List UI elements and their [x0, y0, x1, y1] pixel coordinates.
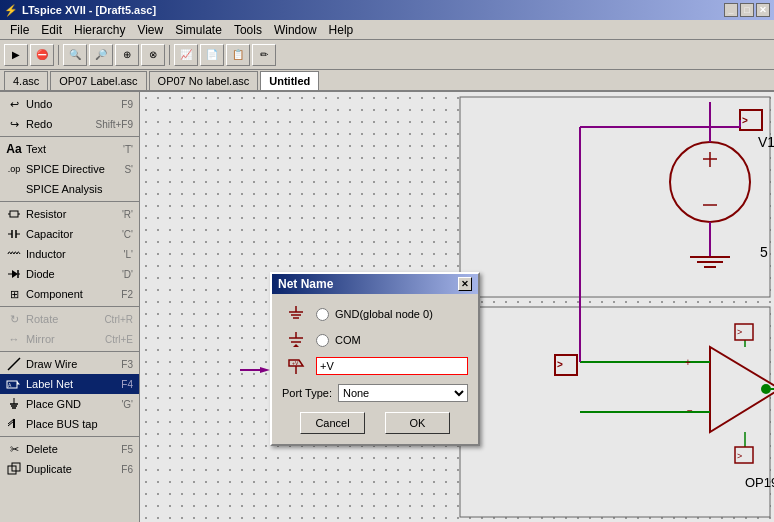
- sidebar-item-duplicate[interactable]: Duplicate F6: [0, 459, 139, 479]
- radio-com[interactable]: [316, 334, 329, 347]
- sidebar: ↩ Undo F9 ↪ Redo Shift+F9 Aa Text 'T' .o…: [0, 92, 140, 522]
- menu-window[interactable]: Window: [268, 21, 323, 39]
- diode-icon: [6, 266, 22, 282]
- toolbar-netlist[interactable]: 📋: [226, 44, 250, 66]
- gnd-symbol-icon: [282, 304, 310, 324]
- rotate-icon: ↻: [6, 311, 22, 327]
- draw-wire-icon: [6, 356, 22, 372]
- dialog-body: GND(global node 0): [272, 294, 478, 444]
- net-name-input[interactable]: [316, 357, 468, 375]
- modal-overlay: Net Name ✕: [140, 92, 774, 522]
- sidebar-item-mirror[interactable]: ↔ Mirror Ctrl+E: [0, 329, 139, 349]
- sidebar-item-delete[interactable]: ✂ Delete F5: [0, 439, 139, 459]
- sidebar-item-component[interactable]: ⊞ Component F2: [0, 284, 139, 304]
- menu-hierarchy[interactable]: Hierarchy: [68, 21, 131, 39]
- minimize-button[interactable]: _: [724, 3, 738, 17]
- toolbar-halt[interactable]: ⛔: [30, 44, 54, 66]
- radio-com-label: COM: [335, 334, 361, 346]
- maximize-button[interactable]: □: [740, 3, 754, 17]
- menu-tools[interactable]: Tools: [228, 21, 268, 39]
- menu-help[interactable]: Help: [323, 21, 360, 39]
- sidebar-item-spice-directive[interactable]: .op SPICE Directive S': [0, 159, 139, 179]
- mirror-icon: ↔: [6, 331, 22, 347]
- toolbar-run[interactable]: ▶: [4, 44, 28, 66]
- sidebar-div2: [0, 201, 139, 202]
- radio-row-gnd: GND(global node 0): [282, 304, 468, 324]
- component-icon: ⊞: [6, 286, 22, 302]
- sidebar-item-place-bus[interactable]: Place BUS tap: [0, 414, 139, 434]
- toolbar-sep2: [169, 45, 170, 65]
- net-name-dialog: Net Name ✕: [270, 272, 480, 446]
- tab-op07-label[interactable]: OP07 Label.asc: [50, 71, 146, 90]
- sidebar-item-resistor[interactable]: Resistor 'R': [0, 204, 139, 224]
- duplicate-icon: [6, 461, 22, 477]
- cancel-button[interactable]: Cancel: [300, 412, 365, 434]
- toolbar-waveform[interactable]: 📈: [174, 44, 198, 66]
- svg-rect-1: [10, 211, 18, 217]
- toolbar-edit[interactable]: ✏: [252, 44, 276, 66]
- toolbar-zoom-fit[interactable]: ⊕: [115, 44, 139, 66]
- svg-marker-8: [12, 270, 18, 278]
- resistor-icon: [6, 206, 22, 222]
- main-layout: ↩ Undo F9 ↪ Redo Shift+F9 Aa Text 'T' .o…: [0, 92, 774, 522]
- sidebar-item-draw-wire[interactable]: Draw Wire F3: [0, 354, 139, 374]
- app-icon: ⚡: [4, 4, 18, 17]
- toolbar-sep1: [58, 45, 59, 65]
- port-type-label: Port Type:: [282, 387, 332, 399]
- inductor-icon: [6, 246, 22, 262]
- radio-gnd[interactable]: [316, 308, 329, 321]
- toolbar-zoom-out[interactable]: 🔎: [89, 44, 113, 66]
- svg-text:+V: +V: [292, 360, 299, 366]
- undo-icon: ↩: [6, 96, 22, 112]
- sidebar-item-capacitor[interactable]: Capacitor 'C': [0, 224, 139, 244]
- radio-row-com: COM: [282, 330, 468, 350]
- port-type-row: Port Type: None Input Output BiDir: [282, 384, 468, 402]
- schematic-area[interactable]: > V1 5 + −: [140, 92, 774, 522]
- menu-file[interactable]: File: [4, 21, 35, 39]
- window-title: LTspice XVII - [Draft5.asc]: [22, 4, 156, 16]
- text-icon: Aa: [6, 141, 22, 157]
- sidebar-item-place-gnd[interactable]: Place GND 'G': [0, 394, 139, 414]
- tab-op07-nolabel[interactable]: OP07 No label.asc: [149, 71, 259, 90]
- toolbar-schematic[interactable]: 📄: [200, 44, 224, 66]
- place-bus-icon: [6, 416, 22, 432]
- menu-view[interactable]: View: [131, 21, 169, 39]
- sidebar-div5: [0, 436, 139, 437]
- sidebar-item-diode[interactable]: Diode 'D': [0, 264, 139, 284]
- spice-analysis-icon: [6, 181, 22, 197]
- tab-untitled[interactable]: Untitled: [260, 71, 319, 90]
- net-flag-icon: +V: [282, 356, 310, 376]
- tab-bar: 4.asc OP07 Label.asc OP07 No label.asc U…: [0, 70, 774, 92]
- ok-button[interactable]: OK: [385, 412, 450, 434]
- redo-icon: ↪: [6, 116, 22, 132]
- dialog-buttons: Cancel OK: [282, 412, 468, 434]
- sidebar-item-undo[interactable]: ↩ Undo F9: [0, 94, 139, 114]
- toolbar: ▶ ⛔ 🔍 🔎 ⊕ ⊗ 📈 📄 📋 ✏: [0, 40, 774, 70]
- tab-draft4[interactable]: 4.asc: [4, 71, 48, 90]
- sidebar-item-redo[interactable]: ↪ Redo Shift+F9: [0, 114, 139, 134]
- dialog-title-bar: Net Name ✕: [272, 274, 478, 294]
- svg-text:A: A: [8, 382, 12, 388]
- window-controls: _ □ ✕: [724, 3, 770, 17]
- menu-edit[interactable]: Edit: [35, 21, 68, 39]
- sidebar-item-label-net[interactable]: A Label Net F4: [0, 374, 139, 394]
- menu-bar: File Edit Hierarchy View Simulate Tools …: [0, 20, 774, 40]
- spice-directive-icon: .op: [6, 161, 22, 177]
- sidebar-item-inductor[interactable]: Inductor 'L': [0, 244, 139, 264]
- sidebar-item-rotate[interactable]: ↻ Rotate Ctrl+R: [0, 309, 139, 329]
- dialog-close-button[interactable]: ✕: [458, 277, 472, 291]
- toolbar-zoom-in[interactable]: 🔍: [63, 44, 87, 66]
- label-net-icon: A: [6, 376, 22, 392]
- port-type-select[interactable]: None Input Output BiDir: [338, 384, 468, 402]
- title-bar: ⚡ LTspice XVII - [Draft5.asc] _ □ ✕: [0, 0, 774, 20]
- com-symbol-icon: [282, 330, 310, 350]
- radio-gnd-label: GND(global node 0): [335, 308, 433, 320]
- toolbar-zoom-cancel[interactable]: ⊗: [141, 44, 165, 66]
- sidebar-item-text[interactable]: Aa Text 'T': [0, 139, 139, 159]
- delete-icon: ✂: [6, 441, 22, 457]
- sidebar-item-spice-analysis[interactable]: SPICE Analysis: [0, 179, 139, 199]
- capacitor-icon: [6, 226, 22, 242]
- close-button[interactable]: ✕: [756, 3, 770, 17]
- place-gnd-icon: [6, 396, 22, 412]
- menu-simulate[interactable]: Simulate: [169, 21, 228, 39]
